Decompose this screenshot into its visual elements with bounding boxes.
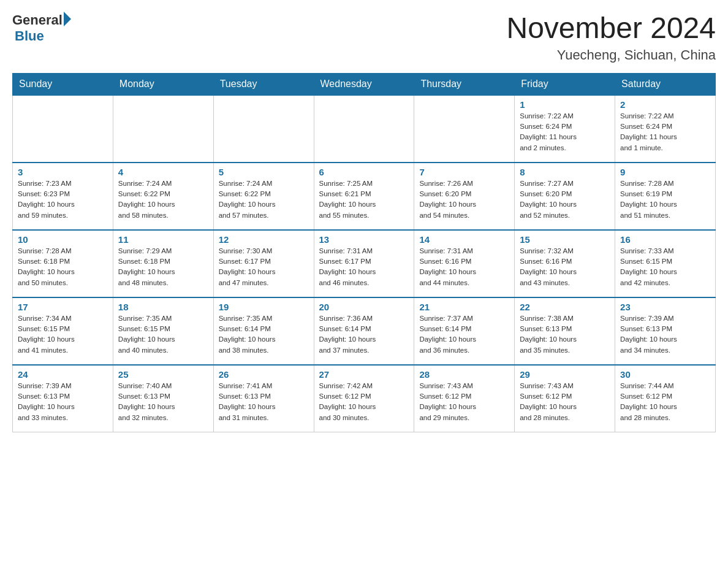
- calendar-cell: 12Sunrise: 7:30 AMSunset: 6:17 PMDayligh…: [213, 230, 314, 297]
- day-number: 1: [520, 99, 610, 110]
- day-info: Sunrise: 7:37 AMSunset: 6:14 PMDaylight:…: [419, 313, 509, 356]
- calendar-cell: 20Sunrise: 7:36 AMSunset: 6:14 PMDayligh…: [314, 297, 414, 365]
- week-row-4: 24Sunrise: 7:39 AMSunset: 6:13 PMDayligh…: [13, 365, 716, 432]
- day-info: Sunrise: 7:27 AMSunset: 6:20 PMDaylight:…: [520, 178, 610, 221]
- day-info: Sunrise: 7:36 AMSunset: 6:14 PMDaylight:…: [319, 313, 409, 356]
- day-number: 3: [18, 167, 108, 177]
- day-number: 15: [520, 234, 610, 245]
- day-number: 27: [319, 369, 409, 380]
- col-wednesday: Wednesday: [314, 73, 414, 95]
- day-number: 6: [319, 167, 409, 177]
- calendar-cell: 14Sunrise: 7:31 AMSunset: 6:16 PMDayligh…: [414, 230, 515, 297]
- day-number: 26: [219, 369, 309, 380]
- calendar-cell: 28Sunrise: 7:43 AMSunset: 6:12 PMDayligh…: [414, 365, 515, 432]
- day-info: Sunrise: 7:43 AMSunset: 6:12 PMDaylight:…: [419, 381, 509, 423]
- calendar-cell: 2Sunrise: 7:22 AMSunset: 6:24 PMDaylight…: [615, 95, 716, 163]
- page-header: General Blue November 2024 Yuecheng, Sic…: [12, 12, 716, 63]
- day-info: Sunrise: 7:35 AMSunset: 6:15 PMDaylight:…: [118, 313, 208, 356]
- day-info: Sunrise: 7:40 AMSunset: 6:13 PMDaylight:…: [118, 381, 208, 423]
- day-number: 25: [118, 369, 208, 380]
- day-info: Sunrise: 7:42 AMSunset: 6:12 PMDaylight:…: [319, 381, 409, 423]
- calendar-cell: 1Sunrise: 7:22 AMSunset: 6:24 PMDaylight…: [515, 95, 615, 163]
- week-row-0: 1Sunrise: 7:22 AMSunset: 6:24 PMDaylight…: [13, 95, 716, 163]
- day-number: 23: [620, 302, 710, 312]
- day-info: Sunrise: 7:23 AMSunset: 6:23 PMDaylight:…: [18, 178, 108, 221]
- calendar-cell: 13Sunrise: 7:31 AMSunset: 6:17 PMDayligh…: [314, 230, 414, 297]
- day-number: 2: [620, 99, 710, 110]
- day-number: 20: [319, 302, 409, 312]
- week-row-3: 17Sunrise: 7:34 AMSunset: 6:15 PMDayligh…: [13, 297, 716, 365]
- logo-blue-text: Blue: [15, 28, 71, 44]
- day-info: Sunrise: 7:33 AMSunset: 6:15 PMDaylight:…: [620, 246, 710, 288]
- day-info: Sunrise: 7:30 AMSunset: 6:17 PMDaylight:…: [219, 246, 309, 288]
- calendar-cell: 29Sunrise: 7:43 AMSunset: 6:12 PMDayligh…: [515, 365, 615, 432]
- day-info: Sunrise: 7:35 AMSunset: 6:14 PMDaylight:…: [219, 313, 309, 356]
- calendar-cell: 11Sunrise: 7:29 AMSunset: 6:18 PMDayligh…: [113, 230, 213, 297]
- calendar-cell: [13, 95, 113, 163]
- day-info: Sunrise: 7:31 AMSunset: 6:16 PMDaylight:…: [419, 246, 509, 288]
- day-number: 21: [419, 302, 509, 312]
- day-info: Sunrise: 7:25 AMSunset: 6:21 PMDaylight:…: [319, 178, 409, 221]
- day-number: 29: [520, 369, 610, 380]
- calendar-cell: 9Sunrise: 7:28 AMSunset: 6:19 PMDaylight…: [615, 163, 716, 230]
- day-info: Sunrise: 7:34 AMSunset: 6:15 PMDaylight:…: [18, 313, 108, 356]
- calendar-cell: 26Sunrise: 7:41 AMSunset: 6:13 PMDayligh…: [213, 365, 314, 432]
- col-tuesday: Tuesday: [213, 73, 314, 95]
- calendar-header-row: Sunday Monday Tuesday Wednesday Thursday…: [13, 73, 716, 95]
- logo-general-text: General: [12, 12, 63, 28]
- col-friday: Friday: [515, 73, 615, 95]
- col-sunday: Sunday: [13, 73, 113, 95]
- calendar-cell: 22Sunrise: 7:38 AMSunset: 6:13 PMDayligh…: [515, 297, 615, 365]
- calendar-cell: [414, 95, 515, 163]
- title-area: November 2024 Yuecheng, Sichuan, China: [506, 12, 716, 63]
- calendar-cell: 16Sunrise: 7:33 AMSunset: 6:15 PMDayligh…: [615, 230, 716, 297]
- calendar-cell: 25Sunrise: 7:40 AMSunset: 6:13 PMDayligh…: [113, 365, 213, 432]
- logo-arrow-icon: [64, 12, 71, 26]
- calendar-cell: 6Sunrise: 7:25 AMSunset: 6:21 PMDaylight…: [314, 163, 414, 230]
- day-number: 7: [419, 167, 509, 177]
- calendar-cell: 4Sunrise: 7:24 AMSunset: 6:22 PMDaylight…: [113, 163, 213, 230]
- day-number: 16: [620, 234, 710, 245]
- calendar-cell: 21Sunrise: 7:37 AMSunset: 6:14 PMDayligh…: [414, 297, 515, 365]
- day-number: 12: [219, 234, 309, 245]
- day-number: 19: [219, 302, 309, 312]
- day-info: Sunrise: 7:43 AMSunset: 6:12 PMDaylight:…: [520, 381, 610, 423]
- day-number: 4: [118, 167, 208, 177]
- day-number: 5: [219, 167, 309, 177]
- calendar-cell: 5Sunrise: 7:24 AMSunset: 6:22 PMDaylight…: [213, 163, 314, 230]
- calendar-cell: 3Sunrise: 7:23 AMSunset: 6:23 PMDaylight…: [13, 163, 113, 230]
- calendar-cell: 10Sunrise: 7:28 AMSunset: 6:18 PMDayligh…: [13, 230, 113, 297]
- col-thursday: Thursday: [414, 73, 515, 95]
- day-number: 28: [419, 369, 509, 380]
- day-info: Sunrise: 7:26 AMSunset: 6:20 PMDaylight:…: [419, 178, 509, 221]
- day-info: Sunrise: 7:31 AMSunset: 6:17 PMDaylight:…: [319, 246, 409, 288]
- calendar-cell: 15Sunrise: 7:32 AMSunset: 6:16 PMDayligh…: [515, 230, 615, 297]
- day-number: 17: [18, 302, 108, 312]
- calendar-cell: 19Sunrise: 7:35 AMSunset: 6:14 PMDayligh…: [213, 297, 314, 365]
- calendar-cell: [314, 95, 414, 163]
- col-monday: Monday: [113, 73, 213, 95]
- calendar-cell: 8Sunrise: 7:27 AMSunset: 6:20 PMDaylight…: [515, 163, 615, 230]
- calendar-cell: [113, 95, 213, 163]
- day-info: Sunrise: 7:28 AMSunset: 6:18 PMDaylight:…: [18, 246, 108, 288]
- day-number: 24: [18, 369, 108, 380]
- calendar-cell: 23Sunrise: 7:39 AMSunset: 6:13 PMDayligh…: [615, 297, 716, 365]
- day-number: 9: [620, 167, 710, 177]
- day-info: Sunrise: 7:39 AMSunset: 6:13 PMDaylight:…: [18, 381, 108, 423]
- day-number: 22: [520, 302, 610, 312]
- day-number: 8: [520, 167, 610, 177]
- day-info: Sunrise: 7:38 AMSunset: 6:13 PMDaylight:…: [520, 313, 610, 356]
- day-number: 10: [18, 234, 108, 245]
- day-info: Sunrise: 7:41 AMSunset: 6:13 PMDaylight:…: [219, 381, 309, 423]
- calendar-table: Sunday Monday Tuesday Wednesday Thursday…: [12, 73, 716, 433]
- day-info: Sunrise: 7:44 AMSunset: 6:12 PMDaylight:…: [620, 381, 710, 423]
- day-number: 30: [620, 369, 710, 380]
- col-saturday: Saturday: [615, 73, 716, 95]
- logo: General Blue: [12, 12, 71, 44]
- calendar-cell: 7Sunrise: 7:26 AMSunset: 6:20 PMDaylight…: [414, 163, 515, 230]
- day-number: 14: [419, 234, 509, 245]
- week-row-2: 10Sunrise: 7:28 AMSunset: 6:18 PMDayligh…: [13, 230, 716, 297]
- calendar-cell: 24Sunrise: 7:39 AMSunset: 6:13 PMDayligh…: [13, 365, 113, 432]
- day-info: Sunrise: 7:39 AMSunset: 6:13 PMDaylight:…: [620, 313, 710, 356]
- day-info: Sunrise: 7:22 AMSunset: 6:24 PMDaylight:…: [620, 111, 710, 153]
